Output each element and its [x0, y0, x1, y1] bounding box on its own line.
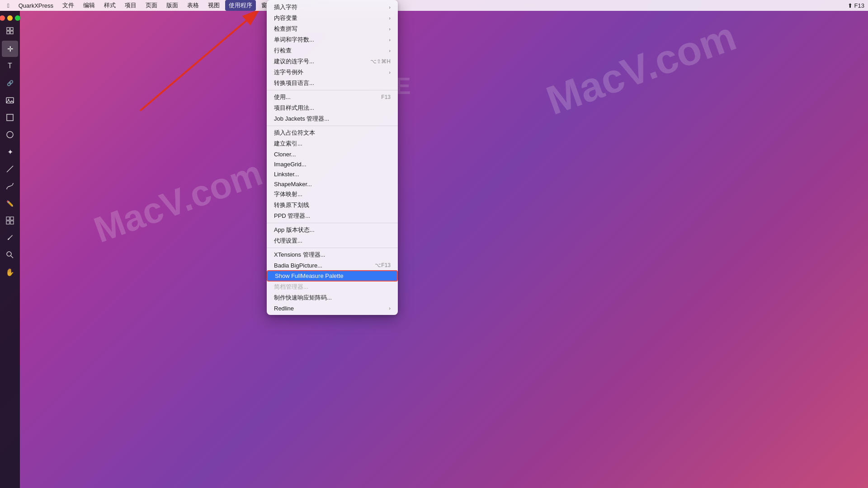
svg-point-7	[7, 131, 13, 138]
menu-shapemaker-label: ShapeMaker...	[274, 181, 312, 188]
toolbar-text[interactable]: T	[2, 58, 18, 74]
toolbar-line[interactable]	[2, 161, 18, 177]
menu-make-qr[interactable]: 制作快速响应矩阵码...	[267, 292, 398, 303]
menu-proxy-settings-label: 代理设置...	[274, 237, 302, 245]
svg-rect-10	[10, 217, 14, 220]
menu-view[interactable]: 视图	[204, 0, 223, 11]
menu-edit[interactable]: 编辑	[80, 0, 99, 11]
menu-bar-time: ⬆ F13	[848, 2, 864, 9]
toolbar-oval[interactable]	[2, 127, 18, 143]
menu-imagegrid-label: ImageGrid...	[274, 161, 307, 168]
svg-rect-3	[10, 31, 13, 34]
menu-proxy-settings[interactable]: 代理设置...	[267, 235, 398, 246]
submenu-chevron: ›	[389, 15, 391, 21]
menu-table[interactable]: 表格	[184, 0, 203, 11]
submenu-chevron: ›	[389, 70, 391, 75]
menu-show-fullmeasure[interactable]: Show FullMeasure Palette	[267, 270, 398, 282]
menu-style[interactable]: 样式	[100, 0, 119, 11]
menu-suggest-hyphen[interactable]: 建议的连字号... ⌥⇧⌘H	[267, 56, 398, 67]
close-button[interactable]	[0, 15, 5, 21]
menu-item[interactable]: 项目	[121, 0, 140, 11]
menu-job-jackets-label: Job Jackets 管理器...	[274, 115, 329, 123]
minimize-button[interactable]	[7, 15, 13, 21]
menu-badia-bigpicture-label: Badia BigPicture...	[274, 262, 322, 269]
menu-cloner-label: Cloner...	[274, 151, 296, 158]
menu-spell-check[interactable]: 检查拼写 ›	[267, 23, 398, 34]
menu-convert-lang-label: 转换项目语言...	[274, 79, 314, 87]
menu-show-fullmeasure-label: Show FullMeasure Palette	[275, 272, 344, 279]
toolbar-zoom[interactable]	[2, 247, 18, 263]
menu-project-style-label: 项目样式用法...	[274, 104, 314, 112]
toolbar-eyedropper[interactable]	[2, 230, 18, 246]
toolbar-link[interactable]: 🔗	[2, 75, 18, 91]
menu-redline-label: Redline	[274, 305, 294, 312]
menu-ppd-manager[interactable]: PPD 管理器...	[267, 211, 398, 221]
svg-line-8	[7, 166, 13, 172]
desktop-background	[0, 0, 868, 488]
menu-convert-lang[interactable]: 转换项目语言...	[267, 78, 398, 89]
menu-app-name[interactable]: QuarkXPress	[15, 0, 57, 11]
menu-file[interactable]: 文件	[59, 0, 78, 11]
svg-rect-2	[7, 31, 9, 34]
toolbar-bezier[interactable]	[2, 178, 18, 194]
menu-suggest-hyphen-label: 建议的连字号...	[274, 57, 314, 66]
menu-redline[interactable]: Redline ›	[267, 303, 398, 313]
menu-word-count[interactable]: 单词和字符数... ›	[267, 34, 398, 45]
menu-convert-underline[interactable]: 转换原下划线	[267, 200, 398, 211]
separator-2	[267, 126, 398, 126]
menu-build-index[interactable]: 建立索引...	[267, 138, 398, 149]
menu-utilities[interactable]: 使用程序	[225, 0, 256, 11]
left-toolbar: ✛ T 🔗 ✦ ✏️ ✋	[0, 11, 20, 488]
menu-linkster[interactable]: Linkster...	[267, 169, 398, 179]
menu-content-var-label: 内容变量	[274, 14, 297, 22]
menu-make-qr-label: 制作快速响应矩阵码...	[274, 294, 332, 302]
toolbar-image[interactable]	[2, 92, 18, 108]
svg-line-14	[11, 256, 13, 258]
menu-apple[interactable]: 	[4, 0, 13, 11]
menu-job-jackets[interactable]: Job Jackets 管理器...	[267, 113, 398, 124]
menu-usage-shortcut: F13	[381, 94, 391, 100]
separator-1	[267, 90, 398, 90]
window-controls	[0, 15, 20, 21]
menu-badia-bigpicture[interactable]: Badia BigPicture... ⌥F13	[267, 260, 398, 270]
menu-ppd-manager-label: PPD 管理器...	[274, 212, 310, 220]
menu-usage[interactable]: 使用... F13	[267, 92, 398, 103]
menu-app-version-label: App 版本状态...	[274, 226, 315, 234]
menu-layout[interactable]: 版面	[163, 0, 182, 11]
menu-insert-char[interactable]: 插入字符 ›	[267, 2, 398, 13]
menu-cloner[interactable]: Cloner...	[267, 149, 398, 159]
menu-hyphen-except[interactable]: 连字号例外 ›	[267, 67, 398, 78]
svg-rect-11	[6, 221, 9, 224]
menu-content-var[interactable]: 内容变量 ›	[267, 13, 398, 23]
toolbar-pen[interactable]: ✏️	[2, 195, 18, 211]
menu-bar:  QuarkXPress 文件 编辑 样式 项目 页面 版面 表格 视图 使用…	[0, 0, 868, 11]
menu-shapemaker[interactable]: ShapeMaker...	[267, 179, 398, 189]
menu-line-check[interactable]: 行检查 ›	[267, 45, 398, 56]
submenu-chevron: ›	[389, 26, 391, 32]
menu-xtensions-mgr[interactable]: XTensions 管理器...	[267, 249, 398, 260]
svg-rect-9	[6, 217, 9, 220]
toolbar-hand[interactable]: ✋	[2, 264, 18, 280]
menu-insert-placeholder[interactable]: 插入占位符文本	[267, 127, 398, 138]
menu-font-map-label: 字体映射...	[274, 190, 302, 198]
toolbar-grid[interactable]	[2, 212, 18, 229]
menu-convert-underline-label: 转换原下划线	[274, 201, 309, 209]
menu-app-version[interactable]: App 版本状态...	[267, 225, 398, 235]
toolbar-rect[interactable]	[2, 109, 18, 126]
maximize-button[interactable]	[15, 15, 20, 21]
svg-rect-6	[7, 114, 13, 121]
menu-spell-check-label: 检查拼写	[274, 25, 297, 33]
menu-insert-placeholder-label: 插入占位符文本	[274, 129, 315, 137]
toolbar-move[interactable]: ✛	[2, 41, 18, 57]
menu-hyphen-except-label: 连字号例外	[274, 68, 303, 76]
submenu-chevron: ›	[389, 5, 391, 10]
menu-imagegrid[interactable]: ImageGrid...	[267, 159, 398, 169]
menu-font-map[interactable]: 字体映射...	[267, 189, 398, 200]
menu-usage-label: 使用...	[274, 93, 291, 101]
submenu-chevron: ›	[389, 48, 391, 53]
layout-icon	[5, 25, 15, 36]
toolbar-star[interactable]: ✦	[2, 144, 18, 160]
menu-page[interactable]: 页面	[142, 0, 161, 11]
menu-project-style[interactable]: 项目样式用法...	[267, 103, 398, 113]
menu-badia-shortcut: ⌥F13	[375, 262, 391, 268]
